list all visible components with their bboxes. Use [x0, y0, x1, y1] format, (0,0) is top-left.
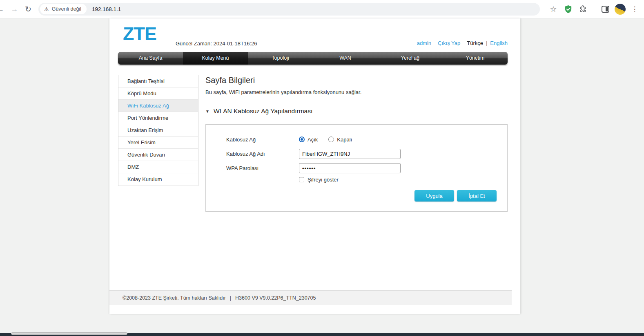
- sidebar-item-dmz[interactable]: DMZ: [118, 161, 198, 173]
- sidebar-menu: Bağlantı Teşhisi Köprü Modu WiFi Kablosu…: [118, 75, 198, 186]
- copyright-text: ©2008-2023 ZTE Şirketi. Tüm hakları Sakl…: [123, 295, 226, 301]
- sidebar-item-kolay-kurulum[interactable]: Kolay Kurulum: [118, 173, 198, 186]
- reload-icon[interactable]: ↻: [21, 2, 35, 16]
- wlan-section-title: WLAN Kablosuz Ağ Yapılandırması: [214, 108, 312, 115]
- radio-off-icon[interactable]: [328, 137, 334, 142]
- radio-option-kapali[interactable]: Kapalı: [328, 137, 352, 143]
- wlan-form-panel: Kablosuz Ağ Açık Kapalı: [205, 124, 508, 212]
- page-footer: ©2008-2023 ZTE Şirketi. Tüm hakları Sakl…: [109, 290, 512, 305]
- ssid-input[interactable]: [299, 149, 401, 159]
- wireless-toggle-row: Kablosuz Ağ Açık Kapalı: [226, 134, 497, 145]
- sidebar-item-uzaktan-erisim[interactable]: Uzaktan Erişim: [118, 124, 198, 137]
- warning-icon: ⚠: [44, 6, 49, 12]
- radio-on-label: Açık: [308, 137, 318, 143]
- radio-on-icon[interactable]: [299, 137, 305, 142]
- url-bar[interactable]: ⚠ Güvenli değil 192.168.1.1: [38, 3, 540, 16]
- browser-menu-icon[interactable]: ⋮: [628, 2, 642, 16]
- wireless-label: Kablosuz Ağ: [226, 137, 299, 143]
- main-content: Sayfa Bilgileri Bu sayfa, WiFi parametre…: [205, 75, 508, 212]
- lang-separator: |: [486, 40, 487, 46]
- wpa-label: WPA Parolası: [226, 165, 299, 171]
- form-buttons: Uygula İptal Et: [226, 190, 497, 202]
- page-background: ZTE Güncel Zaman: 2024-01-18T16:26 admin…: [0, 18, 644, 336]
- profile-avatar[interactable]: [613, 2, 627, 16]
- current-time-label: Güncel Zaman: 2024-01-18T16:26: [176, 40, 257, 47]
- tab-kolay-menu[interactable]: Kolay Menü: [183, 52, 248, 65]
- header-links: admin Çıkış Yap Türkçe | English: [417, 40, 508, 46]
- browser-toolbar: ← → ↻ ⚠ Güvenli değil 192.168.1.1 ☆ ⋮: [0, 0, 644, 18]
- tab-yonetim[interactable]: Yönetim: [443, 52, 508, 65]
- extensions-puzzle-icon[interactable]: [576, 2, 590, 16]
- lang-turkish[interactable]: Türkçe: [467, 40, 483, 46]
- router-page: ZTE Güncel Zaman: 2024-01-18T16:26 admin…: [109, 18, 520, 314]
- sidebar-item-kopru-modu[interactable]: Köprü Modu: [118, 87, 198, 100]
- wlan-section-header[interactable]: ▼ WLAN Kablosuz Ağ Yapılandırması: [205, 108, 508, 120]
- tab-yerel-ag[interactable]: Yerel ağ: [378, 52, 443, 65]
- collapse-triangle-icon[interactable]: ▼: [205, 109, 209, 114]
- adblock-shield-icon[interactable]: [561, 2, 575, 16]
- sidebar-item-baglanti-teshisi[interactable]: Bağlantı Teşhisi: [118, 75, 198, 87]
- cancel-button[interactable]: İptal Et: [457, 190, 497, 202]
- wpa-password-input[interactable]: [299, 163, 401, 173]
- language-switch: Türkçe | English: [467, 40, 508, 46]
- show-password-row[interactable]: Şifreyi göster: [299, 177, 497, 183]
- back-icon[interactable]: ←: [0, 2, 7, 16]
- ssid-label: Kablosuz Ağ Adı: [226, 151, 299, 157]
- footer-separator: |: [230, 295, 231, 301]
- user-link[interactable]: admin: [417, 40, 431, 46]
- wireless-radio-group: Açık Kapalı: [299, 137, 352, 143]
- tab-ana-sayfa[interactable]: Ana Sayfa: [118, 52, 183, 65]
- page-description: Bu sayfa, WiFi parametrelerinin yapıland…: [205, 89, 508, 95]
- forward-icon[interactable]: →: [7, 2, 21, 16]
- toolbar-right: ☆ ⋮: [546, 2, 642, 16]
- radio-option-acik[interactable]: Açık: [299, 137, 318, 143]
- sidebar-item-guvenlik-duvari[interactable]: Güvenlik Duvarı: [118, 149, 198, 161]
- bookmark-star-icon[interactable]: ☆: [546, 2, 560, 16]
- lang-english[interactable]: English: [490, 40, 508, 46]
- show-password-checkbox[interactable]: [299, 177, 304, 182]
- main-nav: Ana Sayfa Kolay Menü Topoloji WAN Yerel …: [118, 52, 508, 65]
- content-row: Bağlantı Teşhisi Köprü Modu WiFi Kablosu…: [109, 75, 520, 212]
- security-label: Güvenli değil: [52, 6, 81, 12]
- sidebar-item-yerel-erisim[interactable]: Yerel Erisim: [118, 137, 198, 149]
- horizontal-scrollbar-thumb[interactable]: [11, 332, 127, 335]
- sidebar-item-port-yonlendirme[interactable]: Port Yönlendirme: [118, 112, 198, 124]
- side-panel-icon[interactable]: [598, 2, 612, 16]
- apply-button[interactable]: Uygula: [414, 190, 454, 202]
- zte-header: ZTE Güncel Zaman: 2024-01-18T16:26 admin…: [109, 18, 520, 52]
- tab-wan[interactable]: WAN: [313, 52, 378, 65]
- zte-logo: ZTE: [123, 23, 156, 45]
- wpa-row: WPA Parolası: [226, 162, 497, 174]
- show-password-label: Şifreyi göster: [308, 177, 339, 183]
- page-title: Sayfa Bilgileri: [205, 76, 508, 85]
- ssid-row: Kablosuz Ağ Adı: [226, 148, 497, 159]
- security-chip[interactable]: ⚠ Güvenli değil: [40, 4, 87, 14]
- url-text[interactable]: 192.168.1.1: [92, 6, 121, 12]
- radio-off-label: Kapalı: [337, 137, 352, 143]
- sidebar-item-wifi-kablosuz-ag[interactable]: WiFi Kablosuz Ağ: [118, 100, 198, 112]
- toolbar-separator: [594, 5, 594, 13]
- tab-topoloji[interactable]: Topoloji: [248, 52, 313, 65]
- logout-link[interactable]: Çıkış Yap: [438, 40, 460, 46]
- firmware-version: H3600 V9 V9.0.22P6_TTN_230705: [235, 295, 316, 301]
